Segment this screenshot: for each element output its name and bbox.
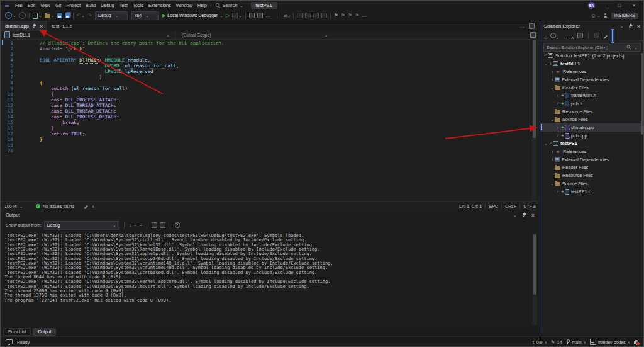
close-button[interactable]: × [630, 3, 638, 8]
tree-item-pch-cpp[interactable]: +pch.cpp [540, 132, 644, 140]
solution-platform-dropdown[interactable]: x64 [131, 11, 159, 20]
timestamp-icon[interactable] [175, 222, 180, 228]
scope-dropdown[interactable]: (Global Scope) [175, 31, 540, 39]
navigate-forward-button[interactable] [19, 12, 26, 19]
toggle-autoscroll-icon[interactable] [152, 222, 157, 228]
search-control[interactable]: Search [216, 3, 243, 8]
start-debugging-button[interactable]: Local Windows Debugger [162, 13, 223, 18]
undo-button[interactable] [77, 13, 86, 18]
git-branch-button[interactable]: main [565, 339, 586, 345]
code-line-14[interactable]: 14 case DLL_PROCESS_DETACH: [1, 114, 540, 120]
code-line-16[interactable]: 16 } [1, 125, 540, 131]
save-all-button[interactable] [65, 13, 70, 18]
chevron-down-icon[interactable] [550, 117, 555, 122]
tree-item-testpe1[interactable]: ✓testPE1 [540, 140, 644, 148]
tree-item-resource-files[interactable]: Resource Files [540, 171, 644, 179]
menu-item-help[interactable]: Help [195, 3, 209, 8]
code-line-13[interactable]: 13 case DLL_THREAD_DETACH: [1, 108, 540, 114]
chevron-down-icon[interactable] [550, 85, 555, 91]
tree-item-external-dependencies[interactable]: External Dependencies [540, 156, 644, 164]
toggle-bookmark-button[interactable] [334, 13, 338, 18]
indentation-mode[interactable]: SPC [489, 204, 497, 208]
tree-item-references[interactable]: References [540, 67, 644, 76]
chevron-right-icon[interactable] [550, 149, 555, 155]
editor-scrollbar-thumb[interactable] [533, 40, 536, 138]
chevron-down-icon[interactable] [543, 61, 548, 67]
menu-item-project[interactable]: Project [64, 3, 83, 8]
tab-output[interactable]: Output [33, 328, 56, 336]
menu-item-git[interactable]: Git [53, 3, 64, 8]
tree-item-pch-h[interactable]: +pch.h [540, 100, 644, 108]
code-editor[interactable]: 1// dllmain.cpp : Defines the entry poin… [1, 40, 540, 201]
show-all-files-icon[interactable] [594, 33, 599, 38]
chevron-right-icon[interactable] [555, 100, 560, 106]
caret-up-icon[interactable] [92, 204, 94, 208]
tree-item-header-files[interactable]: Header Files [540, 84, 644, 92]
start-without-debugging-button[interactable] [226, 13, 230, 18]
menu-item-build[interactable]: Build [83, 3, 98, 8]
encoding-mode[interactable]: UTF-8 [523, 204, 536, 208]
chevron-right-icon[interactable] [550, 156, 555, 162]
tab-dllmain-cpp[interactable]: dllmain.cpp [1, 21, 47, 31]
text-editor-navigate-button[interactable]: ab [284, 14, 290, 18]
word-wrap-icon[interactable] [139, 222, 142, 228]
notifications-bell-icon[interactable] [634, 340, 638, 344]
code-line-15[interactable]: 15 break; [1, 120, 540, 125]
uncomment-button[interactable] [305, 13, 311, 18]
chevron-right-icon[interactable] [555, 125, 560, 131]
toolbar-overflow-button-2[interactable] [362, 13, 367, 18]
git-sync-button[interactable]: 0/0 [532, 339, 547, 345]
chevron-down-icon[interactable] [550, 181, 555, 186]
next-bookmark-button[interactable] [348, 13, 352, 18]
clear-all-icon[interactable] [134, 222, 137, 228]
output-log[interactable]: 'testPE2.exe' (Win32): Loaded 'C:\Users\… [1, 232, 533, 327]
collapse-all-icon[interactable] [571, 30, 574, 42]
code-line-18[interactable]: 18} [1, 137, 540, 142]
pin-icon[interactable] [32, 24, 36, 28]
pin-icon[interactable] [628, 24, 633, 28]
find-in-files-button[interactable] [249, 13, 255, 18]
chevron-right-icon[interactable] [550, 69, 555, 75]
tree-item-header-files[interactable]: Header Files [540, 164, 644, 172]
menu-item-tools[interactable]: Tools [130, 3, 146, 8]
repository-button[interactable]: maldev-codes [590, 339, 630, 345]
send-feedback-button[interactable] [591, 13, 601, 19]
attach-to-process-button[interactable] [232, 13, 242, 18]
navigate-back-button[interactable] [5, 12, 16, 19]
new-file-button[interactable] [33, 13, 42, 19]
menu-item-test[interactable]: Test [117, 3, 130, 8]
comment-button[interactable] [297, 13, 303, 18]
tree-item-references[interactable]: References [540, 147, 644, 156]
editor-options-icon[interactable] [529, 23, 535, 29]
tree-item-solution-testpe1-2-of-2-projects[interactable]: ✓Solution 'testPE1' (2 of 2 projects) [540, 52, 644, 60]
tree-item-testpe1-c[interactable]: +testPE1.c [540, 188, 644, 196]
tree-item-framework-h[interactable]: +framework.h [540, 91, 644, 100]
code-line-17[interactable]: 17 return TRUE; [1, 131, 540, 137]
pending-changes-filter-button[interactable] [550, 30, 560, 42]
menu-item-edit[interactable]: Edit [25, 3, 38, 8]
output-source-dropdown[interactable]: Debug [44, 221, 119, 230]
live-share-session-button[interactable] [603, 13, 608, 18]
live-share-button[interactable] [257, 13, 263, 18]
code-line-2[interactable]: 2#include "pch.h" [1, 46, 540, 52]
menu-item-window[interactable]: Window [174, 3, 195, 8]
chevron-right-icon[interactable] [555, 93, 560, 99]
chevron-right-icon[interactable] [555, 188, 560, 195]
tree-item-resource-files[interactable]: Resource Files [540, 108, 644, 116]
properties-icon[interactable] [577, 33, 583, 38]
tree-item-dllmain-cpp[interactable]: +dllmain.cpp [540, 123, 644, 132]
menu-item-debug[interactable]: Debug [98, 3, 117, 8]
close-panel-icon[interactable] [531, 212, 535, 219]
split-editor-icon[interactable] [530, 32, 536, 38]
line-ending-mode[interactable]: CRLF [505, 204, 516, 208]
tree-item-external-dependencies[interactable]: External Dependencies [540, 76, 644, 84]
solution-explorer-search[interactable]: Search Solution Explorer (Ctrl+;) [543, 43, 641, 52]
code-line-5[interactable]: 5 DWORD ul_reason_for_call, [1, 63, 540, 69]
code-line-6[interactable]: 6 LPVOID lpReserved [1, 69, 540, 74]
redo-button[interactable] [87, 13, 92, 18]
open-file-button[interactable] [45, 13, 55, 18]
explorer-scrollbar-thumb[interactable] [641, 53, 643, 135]
code-line-4[interactable]: 4BOOL APIENTRY DllMain( HMODULE hModule, [1, 57, 540, 63]
previous-bookmark-button[interactable] [341, 13, 345, 18]
code-line-19[interactable]: 19 [1, 142, 540, 148]
